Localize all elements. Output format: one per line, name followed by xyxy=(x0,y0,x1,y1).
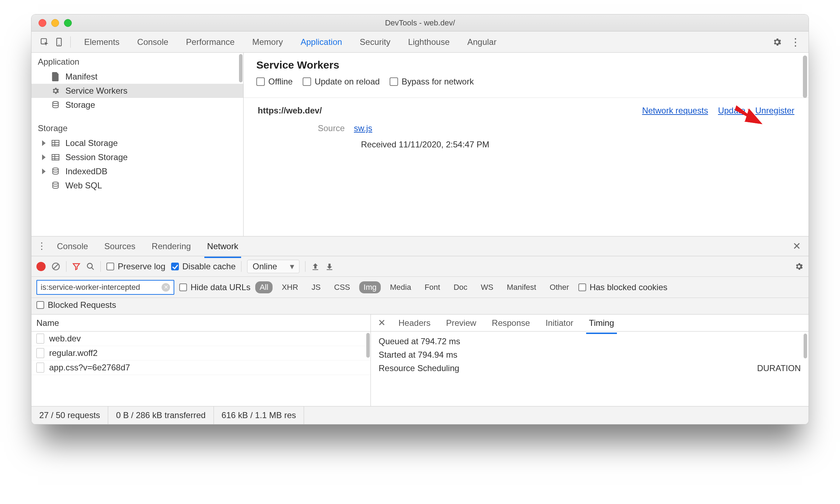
detail-tab-initiator[interactable]: Initiator xyxy=(539,315,580,331)
tab-elements[interactable]: Elements xyxy=(76,34,127,51)
type-filter-css[interactable]: CSS xyxy=(330,281,354,293)
request-row[interactable]: regular.woff2 xyxy=(31,346,371,361)
gear-icon xyxy=(51,87,60,95)
detail-tab-timing[interactable]: Timing xyxy=(583,315,620,331)
type-filter-doc[interactable]: Doc xyxy=(449,281,472,293)
type-filter-media[interactable]: Media xyxy=(386,281,415,293)
expand-triangle-icon[interactable] xyxy=(42,169,46,174)
sidebar-group-storage: Storage xyxy=(31,119,243,136)
expand-triangle-icon[interactable] xyxy=(42,140,46,146)
drawer-more-icon[interactable]: ⋮ xyxy=(36,241,48,252)
chevron-down-icon: ▾ xyxy=(290,262,294,271)
sw-origin: https://web.dev/ xyxy=(258,106,322,116)
type-filter-img[interactable]: Img xyxy=(359,281,381,293)
sidebar-item-indexeddb[interactable]: IndexedDB xyxy=(31,164,243,178)
sidebar-item-local-storage[interactable]: Local Storage xyxy=(31,136,243,150)
hide-data-urls-checkbox[interactable]: Hide data URLs xyxy=(179,282,250,292)
timing-queued: Queued at 794.72 ms xyxy=(379,336,801,346)
type-filter-all[interactable]: All xyxy=(255,281,272,293)
application-panel: Application Manifest Service Workers xyxy=(31,53,809,236)
unregister-link[interactable]: Unregister xyxy=(755,106,794,116)
type-filter-manifest[interactable]: Manifest xyxy=(502,281,540,293)
tab-application[interactable]: Application xyxy=(293,34,350,51)
sidebar-item-label: Session Storage xyxy=(65,152,128,162)
download-har-icon[interactable] xyxy=(325,262,334,271)
svg-point-12 xyxy=(53,168,58,170)
sidebar-item-service-workers[interactable]: Service Workers xyxy=(31,84,243,98)
clear-button[interactable] xyxy=(51,262,60,271)
close-detail-icon[interactable]: ✕ xyxy=(374,317,389,328)
detail-tab-preview[interactable]: Preview xyxy=(440,315,483,331)
type-filter-xhr[interactable]: XHR xyxy=(278,281,302,293)
filter-text-field[interactable] xyxy=(41,283,159,292)
request-row[interactable]: app.css?v=6e2768d7 xyxy=(31,361,371,375)
drawer-close-icon[interactable]: ✕ xyxy=(789,240,804,252)
sidebar-item-label: Web SQL xyxy=(65,181,102,191)
type-filter-js[interactable]: JS xyxy=(307,281,325,293)
clear-filter-icon[interactable]: ✕ xyxy=(162,283,170,292)
tab-memory[interactable]: Memory xyxy=(245,34,291,51)
source-link[interactable]: sw.js xyxy=(354,123,372,133)
timing-started: Started at 794.94 ms xyxy=(379,350,801,360)
network-filter-bar: ✕ Hide data URLs All XHR JS CSS Img Medi… xyxy=(31,277,809,298)
tab-lighthouse[interactable]: Lighthouse xyxy=(400,34,457,51)
record-button[interactable] xyxy=(36,262,46,271)
request-row[interactable]: web.dev xyxy=(31,332,371,346)
update-link[interactable]: Update xyxy=(718,106,745,116)
database-icon xyxy=(51,167,60,176)
network-settings-icon[interactable] xyxy=(794,262,804,271)
svg-point-3 xyxy=(53,101,58,104)
expand-triangle-icon[interactable] xyxy=(42,154,46,160)
drawer-tab-sources[interactable]: Sources xyxy=(97,238,142,255)
request-list-scrollbar[interactable] xyxy=(366,333,370,358)
preserve-log-checkbox[interactable]: Preserve log xyxy=(106,262,165,271)
bypass-for-network-checkbox[interactable]: Bypass for network xyxy=(390,77,474,87)
pane-title: Service Workers xyxy=(256,59,796,71)
detail-scrollbar[interactable] xyxy=(804,334,807,358)
drawer-tab-console[interactable]: Console xyxy=(50,238,95,255)
detail-tab-response[interactable]: Response xyxy=(485,315,536,331)
device-mode-icon[interactable] xyxy=(52,35,67,49)
tab-angular[interactable]: Angular xyxy=(460,34,504,51)
window-title: DevTools - web.dev/ xyxy=(31,18,809,28)
search-icon[interactable] xyxy=(86,262,95,271)
sidebar-item-web-sql[interactable]: Web SQL xyxy=(31,178,243,193)
type-filter-font[interactable]: Font xyxy=(420,281,444,293)
blocked-requests-checkbox[interactable]: Blocked Requests xyxy=(36,300,116,310)
upload-har-icon[interactable] xyxy=(311,262,320,271)
sidebar-item-manifest[interactable]: Manifest xyxy=(31,70,243,84)
status-resources: 616 kB / 1.1 MB res xyxy=(214,406,304,424)
drawer-tab-network[interactable]: Network xyxy=(200,238,245,255)
tab-performance[interactable]: Performance xyxy=(178,34,242,51)
update-on-reload-checkbox[interactable]: Update on reload xyxy=(303,77,380,87)
sidebar-scrollbar[interactable] xyxy=(239,54,243,82)
offline-checkbox[interactable]: Offline xyxy=(256,77,293,87)
main-tabs: Elements Console Performance Memory Appl… xyxy=(76,34,770,51)
tab-console[interactable]: Console xyxy=(129,34,176,51)
drawer-tab-rendering[interactable]: Rendering xyxy=(145,238,198,255)
svg-rect-19 xyxy=(327,269,332,270)
filter-input[interactable]: ✕ xyxy=(36,280,174,295)
table-icon xyxy=(51,154,60,161)
sidebar-item-storage[interactable]: Storage xyxy=(31,98,243,112)
drawer-tabs: ⋮ Console Sources Rendering Network ✕ xyxy=(31,236,809,256)
throttling-select[interactable]: Online ▾ xyxy=(247,260,299,273)
more-menu-icon[interactable]: ⋮ xyxy=(788,35,803,49)
network-requests-link[interactable]: Network requests xyxy=(642,106,708,116)
main-scrollbar[interactable] xyxy=(803,55,807,98)
network-toolbar: Preserve log Disable cache Online ▾ xyxy=(31,256,809,277)
has-blocked-cookies-checkbox[interactable]: Has blocked cookies xyxy=(578,282,667,292)
request-detail: ✕ Headers Preview Response Initiator Tim… xyxy=(371,315,809,406)
storage-icon xyxy=(51,101,60,109)
disable-cache-checkbox[interactable]: Disable cache xyxy=(171,262,236,271)
filter-icon[interactable] xyxy=(72,262,81,271)
tab-security[interactable]: Security xyxy=(352,34,398,51)
settings-gear-icon[interactable] xyxy=(770,35,784,49)
detail-tab-headers[interactable]: Headers xyxy=(392,315,437,331)
sidebar-item-session-storage[interactable]: Session Storage xyxy=(31,150,243,164)
type-filter-ws[interactable]: WS xyxy=(477,281,497,293)
inspect-element-icon[interactable] xyxy=(37,35,52,49)
svg-rect-8 xyxy=(52,154,59,160)
type-filter-other[interactable]: Other xyxy=(546,281,573,293)
name-column-header[interactable]: Name xyxy=(36,318,59,328)
